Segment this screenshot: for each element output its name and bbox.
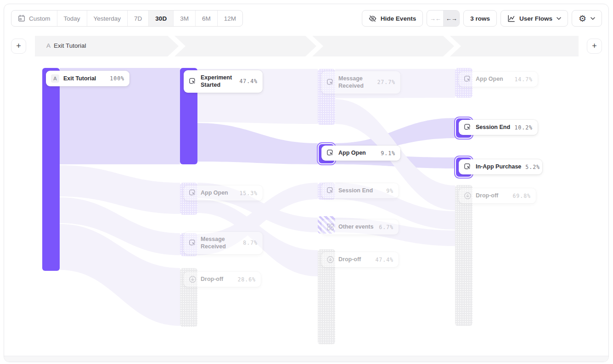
date-range-label: 3M [180,15,189,22]
date-range-3m[interactable]: 3M [174,11,196,26]
date-range-label: Yesterday [94,15,121,22]
flow-node-card-drop-off-step3[interactable]: Drop-off47.4% [321,252,399,267]
flow-node-percentage: 47.4% [375,257,394,263]
flow-node-label: Session End [338,187,373,194]
rows-label: 3 rows [470,15,490,22]
date-range-6m[interactable]: 6M [196,11,218,26]
flow-node-percentage: 14.7% [514,76,533,83]
flow-node-label: Drop-off [201,275,223,283]
flow-node-card-drop-off-step2[interactable]: Drop-off28.6% [184,272,261,287]
event-icon [464,75,472,83]
settings-dropdown[interactable]: ⚙ [572,10,602,27]
flow-node-card-session-end-step4[interactable]: Session End10.2% [459,120,538,135]
event-icon [464,123,472,131]
dropoff-icon [464,192,472,200]
date-range-yesterday[interactable]: Yesterday [87,11,128,26]
date-range-7d[interactable]: 7D [128,11,149,26]
toolbar-right-tools: Hide Events →← ←→ 3 rows User Flows ⚙ [362,10,602,27]
chevron-down-icon [591,17,595,20]
expand-columns-button[interactable]: ←→ [443,11,459,26]
event-icon [326,187,334,195]
flow-node-percentage: 28.6% [237,276,256,283]
flow-node-card-app-open-step3[interactable]: App Open9.1% [321,146,400,161]
flow-node-percentage: 100% [110,75,124,82]
date-range-today[interactable]: Today [57,11,87,26]
flow-node-label: Exit Tutorial [63,75,96,82]
flow-node-label: App Open [338,149,366,157]
flow-node-percentage: 6.7% [379,224,394,230]
date-range-label: 7D [134,15,142,22]
date-range-selector: CustomTodayYesterday7D30D3M6M12M [11,10,243,27]
eye-off-icon [369,15,377,22]
expand-arrows-icon: ←→ [446,15,457,22]
plus-icon: + [592,41,597,51]
flow-node-label: Experiment Started [201,74,235,89]
chevron-down-icon [557,17,561,20]
flow-node-card-exit-tutorial[interactable]: AExit Tutorial100% [46,71,129,86]
step-name: Exit Tutorial [54,42,86,49]
rows-button[interactable]: 3 rows [463,10,497,27]
calendar-icon [18,15,25,22]
flow-bar-drop-off-step4[interactable] [455,185,472,326]
event-icon [189,189,197,197]
event-icon [326,78,334,86]
flow-node-card-in-app-purchase-step4[interactable]: In-App Purchase5.2% [459,159,542,174]
date-range-custom[interactable]: Custom [11,11,57,26]
flow-bar-exit-tutorial[interactable] [42,68,60,271]
event-icon [464,163,472,171]
flow-node-label: In-App Purchase [476,163,521,170]
event-series-badge: A [51,74,59,83]
flow-node-card-app-open-step2[interactable]: App Open15.3% [184,185,263,201]
flow-node-card-experiment-started[interactable]: Experiment Started47.4% [184,70,263,93]
event-icon [326,149,334,157]
flow-node-percentage: 8.7% [243,240,258,246]
step-badge: A [46,42,51,49]
add-step-right-button[interactable]: + [587,39,602,54]
flow-node-card-other-events-step3[interactable]: Other events6.7% [321,219,399,235]
flow-node-percentage: 69.8% [512,193,531,199]
flow-node-card-app-open-step4[interactable]: App Open14.7% [459,72,538,87]
flow-step-header-band[interactable]: A Exit Tutorial [35,36,579,56]
event-icon [189,239,197,247]
sankey-link-solid [197,123,318,164]
dropoff-icon [326,256,334,263]
view-selector-dropdown[interactable]: User Flows [501,10,568,27]
plus-icon: + [16,41,21,51]
step-chevron-separator [305,36,327,56]
flow-node-label: Drop-off [338,256,361,263]
flow-node-percentage: 10.2% [514,124,533,131]
collapse-arrows-icon: →← [430,15,441,22]
toolbar: CustomTodayYesterday7D30D3M6M12M Hide Ev… [11,10,602,27]
date-range-label: Custom [29,15,51,22]
flow-step-label: A Exit Tutorial [46,42,86,49]
flow-node-card-drop-off-step4[interactable]: Drop-off69.8% [459,188,536,203]
hide-events-label: Hide Events [381,15,416,22]
date-range-label: 30D [155,15,167,22]
dropoff-icon [189,275,197,283]
date-range-label: 6M [202,15,211,22]
flow-node-card-message-received-step2[interactable]: Message Received8.7% [184,232,263,254]
width-toggle: →← ←→ [427,10,460,27]
flow-node-card-session-end-step3[interactable]: Session End9% [321,183,399,198]
flow-node-percentage: 9.1% [381,150,395,157]
flow-node-label: Other events [338,223,373,230]
flow-node-percentage: 5.2% [525,164,540,170]
view-selector-label: User Flows [519,15,552,22]
flow-node-label: Drop-off [476,192,498,199]
flows-chart-icon [507,15,515,22]
date-range-label: 12M [224,15,236,22]
flow-node-label: Session End [476,123,510,131]
flow-node-label: App Open [476,75,503,83]
flow-node-label: Message Received [338,75,373,90]
gear-icon: ⚙ [579,14,586,23]
flow-node-label: Message Received [201,235,239,251]
add-step-left-button[interactable]: + [11,39,26,54]
collapse-columns-button[interactable]: →← [427,11,443,26]
flow-node-card-message-received-step3[interactable]: Message Received27.7% [321,71,400,94]
date-range-label: Today [64,15,80,22]
hide-events-button[interactable]: Hide Events [362,10,423,27]
date-range-30d[interactable]: 30D [149,11,174,26]
step-chevron-separator [168,36,190,56]
date-range-12m[interactable]: 12M [218,11,242,26]
grid-icon [326,223,334,231]
